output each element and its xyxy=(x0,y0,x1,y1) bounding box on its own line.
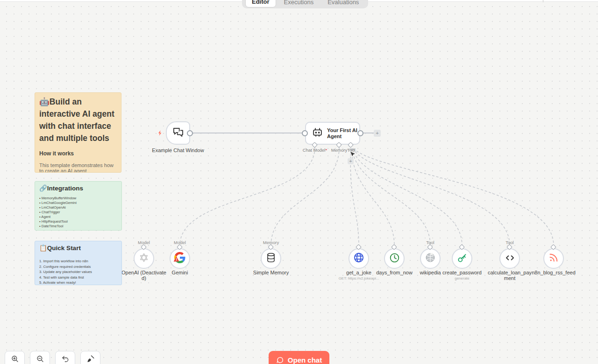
mouse-cursor xyxy=(349,151,356,160)
chat-bubble-icon xyxy=(276,356,284,364)
tab-editor[interactable]: Editor xyxy=(245,0,276,7)
quick-start-list: Import this workflow into n8n Configure … xyxy=(39,259,117,285)
undo-icon xyxy=(61,355,70,364)
node-name: Gemini xyxy=(157,270,203,275)
tab-evaluations[interactable]: Evaluations xyxy=(321,0,365,7)
warning-icon xyxy=(173,255,179,264)
open-chat-label: Open chat xyxy=(288,356,322,364)
note-clipped-text: This template demonstrates how to create… xyxy=(39,162,117,173)
node-subtitle: GET: https://v2.jokeapi... xyxy=(331,276,387,280)
node-subtitle: generate xyxy=(434,276,490,280)
key-icon xyxy=(456,252,468,266)
note-title: 📋Quick Start xyxy=(39,244,117,252)
list-item: Test with sample data first xyxy=(39,275,117,280)
node-circle[interactable] xyxy=(452,248,472,269)
top-bar-divider xyxy=(543,0,543,2)
view-tabs: Editor Executions Evaluations xyxy=(242,0,368,8)
add-node-button[interactable]: + xyxy=(374,130,381,137)
agent-input-port[interactable] xyxy=(302,130,308,136)
list-item: ChatTrigger xyxy=(39,210,117,215)
node-circle[interactable] xyxy=(499,248,520,269)
note-section-heading: How it works xyxy=(39,150,117,157)
zoom-out-button[interactable] xyxy=(30,351,50,364)
list-item: Agent xyxy=(39,215,117,219)
node-name: create_password xyxy=(439,270,485,275)
list-item: LmChatGoogleGemini xyxy=(39,201,117,205)
sticky-note-quick-start[interactable]: 📋Quick Start Import this workflow into n… xyxy=(35,241,122,285)
zoom-in-button[interactable] xyxy=(5,351,25,364)
open-chat-button[interactable]: Open chat xyxy=(269,351,329,364)
list-item: LmChatOpenAi xyxy=(39,205,117,210)
node-circle[interactable] xyxy=(134,248,154,269)
zoom-out-icon xyxy=(36,355,44,364)
clock-icon xyxy=(389,252,400,266)
chat-bubbles-icon xyxy=(172,126,185,140)
trigger-node-label: Example Chat Window xyxy=(152,147,204,153)
list-item: MemoryBufferWindow xyxy=(39,196,117,201)
agent-node-title: Your First AI Agent xyxy=(327,127,359,139)
list-item: Activate when ready! xyxy=(39,280,117,285)
list-item: Configure required credentials xyxy=(39,264,117,270)
broom-icon xyxy=(86,355,95,364)
node-name: n8n_blog_rss_feed xyxy=(530,270,577,275)
note-title: 🔗Integrations xyxy=(39,184,117,192)
tidy-up-button[interactable] xyxy=(80,351,100,364)
sticky-note-build-agent[interactable]: 🤖Build an interactive AI agent with chat… xyxy=(35,92,121,173)
sticky-note-integrations[interactable]: 🔗Integrations MemoryBufferWindow LmChatG… xyxy=(35,181,122,231)
globe-icon xyxy=(353,252,365,266)
list-item: Import this workflow into n8n xyxy=(39,259,117,264)
link-emoji-icon: 🔗 xyxy=(39,185,47,192)
list-item: Update any placeholder values xyxy=(39,269,117,275)
node-circle[interactable] xyxy=(170,248,190,269)
openai-icon xyxy=(138,252,150,266)
robot-icon xyxy=(311,126,324,140)
list-item: HttpRequestTool xyxy=(39,219,117,224)
list-item: DateTimeTool xyxy=(39,224,117,229)
node-name: Simple Memory xyxy=(248,270,294,275)
code-icon xyxy=(504,252,516,266)
node-circle[interactable] xyxy=(349,248,369,269)
undo-button[interactable] xyxy=(55,351,75,364)
trigger-output-port[interactable] xyxy=(187,130,193,136)
node-circle[interactable] xyxy=(261,248,281,269)
tab-executions[interactable]: Executions xyxy=(278,0,320,7)
wikipedia-globe-icon xyxy=(425,252,436,265)
node-circle[interactable] xyxy=(543,248,564,269)
integrations-list: MemoryBufferWindow LmChatGoogleGemini Lm… xyxy=(39,196,117,229)
database-icon xyxy=(265,252,277,265)
clipboard-emoji-icon: 📋 xyxy=(39,245,47,252)
note-title: 🤖Build an interactive AI agent with chat… xyxy=(39,96,117,144)
port-label-chat-model: Chat Model* xyxy=(303,147,327,153)
rss-icon xyxy=(548,252,559,265)
node-circle[interactable] xyxy=(384,248,405,269)
node-name: calculate_loan_payment xyxy=(486,270,533,281)
zoom-in-icon xyxy=(11,355,19,364)
workflow-canvas[interactable]: Editor Executions Evaluations 🤖Build an … xyxy=(0,0,598,364)
node-ai-agent[interactable]: Your First AI Agent xyxy=(305,122,360,145)
trigger-bolt-icon xyxy=(157,130,164,138)
port-label-memory: Memory xyxy=(331,147,347,153)
node-circle[interactable] xyxy=(420,248,441,269)
robot-emoji-icon: 🤖 xyxy=(39,97,50,106)
agent-output-port[interactable] xyxy=(357,130,363,136)
